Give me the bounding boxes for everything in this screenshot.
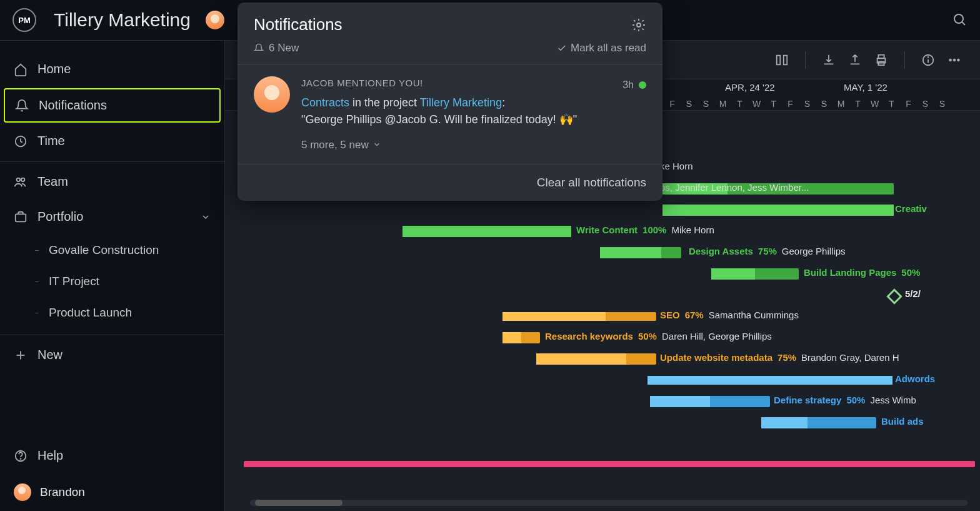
notification-item[interactable]: JACOB MENTIONED YOU! 3h Contracts in the… <box>238 64 662 164</box>
team-icon <box>14 175 28 189</box>
day-label: T <box>731 99 748 109</box>
notif-sub: 6 New Mark all as read <box>238 42 662 64</box>
sidebar-item-portfolio[interactable]: Portfolio <box>0 200 224 235</box>
svg-point-18 <box>949 59 951 61</box>
sidebar-item-home[interactable]: Home <box>0 52 224 87</box>
gantt-bar[interactable] <box>662 205 894 216</box>
gantt-task-label: Research keywords 50% Daren Hill, George… <box>545 331 772 342</box>
search-icon[interactable] <box>952 13 968 28</box>
gantt-bar[interactable] <box>761 417 876 428</box>
day-label: F <box>900 99 917 109</box>
gantt-bar[interactable] <box>600 247 681 258</box>
sidebar-user[interactable]: Brandon <box>0 473 224 511</box>
download-icon[interactable] <box>822 53 836 67</box>
svg-rect-10 <box>777 55 781 64</box>
notif-time: 3h <box>622 78 634 93</box>
portfolio-child-it[interactable]: IT Project <box>0 266 224 297</box>
sidebar-item-new[interactable]: New <box>0 338 224 373</box>
month-label: MAY, 1 '22 <box>844 82 888 93</box>
plus-icon <box>14 348 28 362</box>
day-label: F <box>782 99 799 109</box>
divider <box>0 161 224 162</box>
portfolio-child-launch[interactable]: Product Launch <box>0 297 224 328</box>
month-label: APR, 24 '22 <box>725 82 775 93</box>
info-icon[interactable] <box>921 53 935 67</box>
gantt-task-label: Define strategy 50% Jess Wimb <box>774 395 916 405</box>
gantt-bar[interactable] <box>711 268 799 280</box>
gantt-task-label: Creativ <box>895 203 927 214</box>
briefcase-icon <box>14 210 28 224</box>
header-avatar[interactable] <box>206 11 224 29</box>
day-label: T <box>883 99 900 109</box>
notif-text: Contracts in the project Tillery Marketi… <box>301 94 646 128</box>
gantt-task-label: Update website metadata 75% Brandon Gray… <box>660 352 899 363</box>
svg-rect-5 <box>16 214 26 221</box>
gantt-bar[interactable] <box>536 353 656 365</box>
scroll-thumb[interactable] <box>255 500 342 506</box>
gantt-task-label: Build Landing Pages 50% <box>804 267 920 278</box>
gantt-bar[interactable] <box>502 332 540 343</box>
upload-icon[interactable] <box>848 53 862 67</box>
more-icon[interactable] <box>948 53 961 67</box>
sidebar-label: Time <box>38 134 65 148</box>
notif-link[interactable]: Contracts <box>301 96 349 109</box>
svg-point-17 <box>928 56 929 57</box>
day-label: S <box>917 99 934 109</box>
svg-point-4 <box>21 178 24 181</box>
notif-more[interactable]: 5 more, 5 new <box>301 137 646 153</box>
svg-line-1 <box>962 22 965 25</box>
day-label: W <box>748 99 765 109</box>
day-label: S <box>698 99 714 109</box>
print-icon[interactable] <box>874 53 888 67</box>
summary-bar[interactable] <box>244 461 975 467</box>
gantt-task-label: Design Assets 75% George Phillips <box>689 246 846 256</box>
gantt-bar[interactable] <box>650 396 770 407</box>
help-icon <box>14 449 28 463</box>
gantt-task-label: ke Horn <box>660 161 693 171</box>
notifications-panel: Notifications 6 New Mark all as read JAC… <box>238 3 662 201</box>
mark-all-read[interactable]: Mark all as read <box>557 42 646 54</box>
bell-icon <box>15 99 29 113</box>
notif-link[interactable]: Tillery Marketing <box>420 96 502 109</box>
gantt-task-label: ps, Jennifer Lennon, Jess Wimber... <box>660 182 809 193</box>
user-name: Brandon <box>40 485 85 499</box>
svg-rect-13 <box>878 54 884 58</box>
gantt-task-label: Write Content 100% Mike Horn <box>576 225 714 235</box>
day-label: F <box>664 99 681 109</box>
sidebar-item-team[interactable]: Team <box>0 164 224 200</box>
app-logo[interactable]: PM <box>12 8 36 32</box>
gantt-bar[interactable] <box>402 226 571 237</box>
day-label: S <box>934 99 951 109</box>
gantt-task-label: Adwords <box>895 373 935 384</box>
horizontal-scrollbar[interactable] <box>250 500 968 506</box>
gantt-bar[interactable] <box>648 376 892 385</box>
day-label: M <box>832 99 849 109</box>
portfolio-child-govalle[interactable]: Govalle Construction <box>0 235 224 266</box>
sidebar-label: Help <box>38 448 63 463</box>
gantt-bar[interactable] <box>502 312 656 321</box>
chevron-down-icon <box>201 212 211 222</box>
gear-icon[interactable] <box>631 18 646 33</box>
app-title: Tillery Marketing <box>54 9 191 31</box>
clock-icon <box>14 134 28 148</box>
sidebar-label: Team <box>38 175 68 189</box>
notif-avatar <box>254 76 290 113</box>
sidebar-item-notifications[interactable]: Notifications <box>4 88 221 123</box>
day-label: M <box>714 99 731 109</box>
notif-count: 6 New <box>269 42 299 54</box>
clear-all-notifications[interactable]: Clear all notifications <box>238 164 662 201</box>
milestone[interactable] <box>886 288 902 304</box>
gantt-task-label: SEO 67% Samantha Cummings <box>660 310 799 320</box>
svg-rect-11 <box>784 55 788 64</box>
day-label: S <box>799 99 816 109</box>
sidebar-label: New <box>38 348 62 362</box>
notif-body: JACOB MENTIONED YOU! 3h Contracts in the… <box>301 76 646 153</box>
sidebar-item-help[interactable]: Help <box>0 438 224 473</box>
toolbar-divider <box>805 51 806 69</box>
columns-icon[interactable] <box>775 53 789 67</box>
sidebar-item-time[interactable]: Time <box>0 124 224 159</box>
day-label: T <box>765 99 782 109</box>
bell-icon <box>254 43 264 53</box>
sidebar-label: Notifications <box>39 98 107 113</box>
home-icon <box>14 63 28 76</box>
